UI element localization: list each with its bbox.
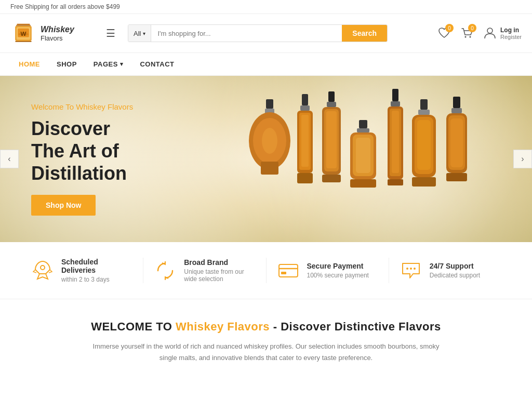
svg-text:W: W xyxy=(20,30,26,37)
search-button[interactable]: Search xyxy=(342,25,387,42)
chevron-down-icon: ▾ xyxy=(120,61,124,68)
svg-point-58 xyxy=(414,268,416,270)
feature-support-text: 24/7 Support Dedicated support xyxy=(430,262,480,279)
search-bar: All ▾ Search xyxy=(128,24,388,42)
user-account[interactable]: Log in Register xyxy=(483,26,522,41)
features-bar: Scheduled Deliveries within 2 to 3 days … xyxy=(0,242,532,299)
svg-point-7 xyxy=(465,36,467,38)
cart-button[interactable]: 0 xyxy=(460,26,474,41)
svg-rect-39 xyxy=(388,179,403,185)
svg-point-14 xyxy=(262,128,277,154)
slider-prev-button[interactable]: ‹ xyxy=(0,150,19,168)
feature-payment-title: Secure Payment xyxy=(307,262,369,270)
svg-rect-21 xyxy=(297,173,313,183)
header: W Whiskey Flavors ☰ All ▾ Search 0 xyxy=(0,14,532,53)
hero-content: Welcome To Whiskey Flavors Discover The … xyxy=(0,102,164,216)
nav-pages[interactable]: PAGES ▾ xyxy=(85,53,132,75)
cart-badge: 0 xyxy=(468,24,476,32)
svg-rect-41 xyxy=(418,110,430,115)
svg-rect-47 xyxy=(451,108,462,113)
svg-rect-29 xyxy=(357,128,369,132)
svg-rect-22 xyxy=(328,91,335,102)
bottles-svg xyxy=(236,89,506,242)
svg-rect-35 xyxy=(391,101,400,107)
top-bar-message: Free Shipping for all orders above $499 xyxy=(10,3,120,10)
feature-support: 24/7 Support Dedicated support xyxy=(389,258,511,283)
nav-home[interactable]: HOME xyxy=(10,53,48,75)
welcome-title: WELCOME TO Whiskey Flavors - Discover Di… xyxy=(31,320,501,334)
logo-icon: W xyxy=(10,20,36,46)
user-text: Log in Register xyxy=(500,26,522,40)
slider-next-button[interactable]: › xyxy=(513,150,532,168)
feature-brand: Broad Brand Unique taste from our wide s… xyxy=(143,258,266,283)
svg-point-9 xyxy=(487,28,493,33)
welcome-desc: Immerse yourself in the world of rich an… xyxy=(84,341,448,364)
svg-rect-1 xyxy=(16,25,31,26)
feature-deliveries-desc: within 2 to 3 days xyxy=(61,276,132,283)
svg-rect-51 xyxy=(446,173,467,181)
svg-rect-55 xyxy=(281,272,286,274)
hero-slider: ‹ Welcome To Whiskey Flavors Discover Th… xyxy=(0,76,532,242)
hamburger-menu[interactable]: ☰ xyxy=(102,25,119,42)
svg-point-8 xyxy=(470,36,471,38)
svg-rect-27 xyxy=(322,175,341,182)
chevron-down-icon: ▾ xyxy=(143,31,145,36)
svg-rect-23 xyxy=(327,102,336,107)
welcome-section: WELCOME TO Whiskey Flavors - Discover Di… xyxy=(0,299,532,379)
refresh-icon xyxy=(154,259,177,282)
main-nav: HOME SHOP PAGES ▾ CONTACT xyxy=(0,53,532,76)
svg-rect-26 xyxy=(326,111,337,168)
header-icons: 0 0 Log in Register xyxy=(437,26,522,41)
hero-subtitle: Welcome To Whiskey Flavors xyxy=(31,102,133,111)
logo[interactable]: W Whiskey Flavors xyxy=(10,20,94,46)
top-bar: Free Shipping for all orders above $499 xyxy=(0,0,532,14)
search-category-dropdown[interactable]: All ▾ xyxy=(128,25,151,42)
svg-rect-46 xyxy=(453,97,460,108)
svg-rect-33 xyxy=(350,179,376,188)
rocket-icon xyxy=(31,259,54,282)
feature-brand-text: Broad Brand Unique taste from our wide s… xyxy=(184,258,255,283)
svg-rect-44 xyxy=(417,120,431,170)
search-input[interactable] xyxy=(151,25,342,42)
svg-point-56 xyxy=(406,268,408,270)
svg-rect-53 xyxy=(279,264,298,277)
feature-deliveries: Scheduled Deliveries within 2 to 3 days xyxy=(21,258,143,283)
feature-payment-desc: 100% secure payment xyxy=(307,272,369,279)
feature-deliveries-text: Scheduled Deliveries within 2 to 3 days xyxy=(61,258,132,283)
feature-brand-desc: Unique taste from our wide selection xyxy=(184,268,255,283)
svg-rect-34 xyxy=(392,89,398,101)
svg-rect-40 xyxy=(420,99,428,110)
logo-text: Whiskey Flavors xyxy=(41,24,74,43)
svg-point-52 xyxy=(41,265,45,270)
hero-bottles xyxy=(236,89,506,242)
svg-rect-0 xyxy=(17,24,30,25)
feature-payment: Secure Payment 100% secure payment xyxy=(267,258,389,283)
credit-card-icon xyxy=(277,259,300,282)
wishlist-button[interactable]: 0 xyxy=(437,26,451,41)
feature-support-desc: Dedicated support xyxy=(430,272,480,279)
svg-rect-6 xyxy=(15,41,32,42)
svg-rect-15 xyxy=(261,162,278,175)
svg-rect-10 xyxy=(266,99,273,109)
svg-point-57 xyxy=(410,268,412,270)
svg-rect-45 xyxy=(412,177,436,187)
svg-rect-32 xyxy=(356,138,370,173)
nav-shop[interactable]: SHOP xyxy=(48,53,85,75)
svg-rect-20 xyxy=(301,115,309,167)
svg-rect-38 xyxy=(392,111,399,173)
hero-shop-now-button[interactable]: Shop Now xyxy=(31,195,96,216)
svg-rect-17 xyxy=(300,105,310,111)
nav-contact[interactable]: CONTACT xyxy=(131,53,182,75)
feature-deliveries-title: Scheduled Deliveries xyxy=(61,258,132,274)
svg-rect-50 xyxy=(450,118,463,167)
svg-rect-28 xyxy=(359,120,367,128)
wishlist-badge: 0 xyxy=(445,24,454,32)
chat-icon xyxy=(400,259,422,282)
svg-rect-16 xyxy=(302,94,308,105)
hero-title: Discover The Art of Distillation xyxy=(31,117,133,185)
user-icon xyxy=(483,26,497,41)
feature-support-title: 24/7 Support xyxy=(430,262,480,270)
feature-payment-text: Secure Payment 100% secure payment xyxy=(307,262,369,279)
feature-brand-title: Broad Brand xyxy=(184,258,255,267)
